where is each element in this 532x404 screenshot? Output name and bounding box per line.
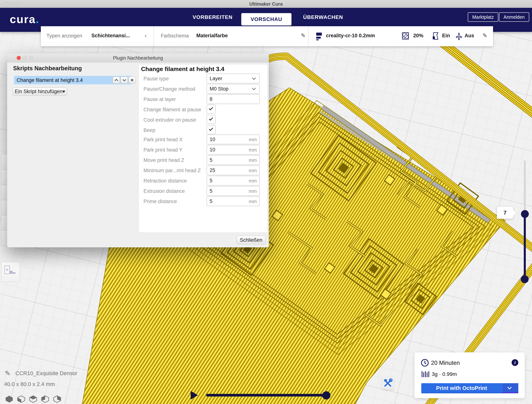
tab-vorschau[interactable]: VORSCHAU	[241, 13, 291, 26]
unit-suffix: mm	[249, 157, 257, 163]
layer-number-badge: 7	[497, 206, 513, 219]
move-script-up-button[interactable]	[113, 77, 120, 83]
model-list-icon-solid[interactable]	[5, 395, 13, 403]
text-field[interactable]: 5mm	[207, 155, 260, 165]
chevron-down-icon	[507, 385, 512, 390]
play-icon[interactable]	[191, 391, 198, 399]
edit-print-settings-pencil-icon[interactable]: ✎	[482, 32, 487, 39]
checkbox[interactable]	[207, 115, 215, 124]
select-field[interactable]: Layer	[207, 74, 260, 83]
field-value: 8	[210, 96, 212, 102]
text-field[interactable]: 5mm	[207, 186, 260, 196]
tool-support-blocker-button[interactable]	[1, 262, 20, 282]
collapse-chevron-icon[interactable]: ‹	[145, 33, 146, 38]
chevron-down-icon	[252, 76, 256, 80]
field-label: Pause/Change method	[144, 86, 195, 92]
marketplace-button[interactable]: Marktplatz	[468, 12, 498, 22]
chevron-up-icon	[115, 79, 118, 82]
clock-icon	[421, 359, 429, 367]
machine-tools-button[interactable]	[382, 377, 394, 389]
tab-ueberwachen[interactable]: ÜBERWACHEN	[303, 14, 343, 20]
remove-script-button[interactable]: ×	[128, 77, 136, 83]
window-titlebar: Ultimaker Cura	[0, 0, 532, 8]
model-list-icon-left-top[interactable]	[41, 395, 49, 403]
layer-slider-lower-handle[interactable]	[521, 275, 529, 283]
adhesion-icon	[455, 32, 463, 40]
text-field[interactable]: 8	[207, 94, 260, 104]
dialog-titlebar: Plugin Nachbearbeitung	[7, 53, 269, 62]
infill-value[interactable]: 20%	[413, 33, 423, 38]
edit-view-pencil-icon[interactable]: ✎	[301, 32, 305, 39]
layer-slider-range[interactable]	[524, 214, 526, 280]
form-row: Beep	[139, 125, 267, 135]
text-field[interactable]: 25mm	[207, 166, 260, 175]
field-value: 10	[210, 137, 215, 142]
field-label: Retraction distance	[144, 178, 187, 184]
checkbox[interactable]	[207, 125, 215, 134]
adhesion-value[interactable]: Aus	[465, 33, 474, 38]
unit-suffix: mm	[249, 199, 257, 205]
simulation-timeline[interactable]	[206, 394, 326, 397]
timeline-handle[interactable]	[322, 391, 330, 399]
close-dialog-button[interactable]: Schließen	[237, 236, 266, 244]
form-row: Park print head Y10mm	[139, 145, 267, 154]
toolbar-divider	[154, 26, 154, 46]
wrench-hammer-icon	[382, 377, 394, 389]
print-time: 20 Minuten	[431, 359, 460, 366]
info-icon[interactable]: i	[512, 359, 518, 366]
select-field[interactable]: M0 Stop	[207, 84, 260, 94]
filament-icon	[421, 371, 430, 378]
field-value: Layer	[210, 76, 222, 82]
rename-pencil-icon[interactable]: ✎	[5, 370, 11, 377]
print-summary-card: 20 Minuten i 3g · 0.99m Print with OctoP…	[414, 352, 525, 398]
field-value: 5	[210, 188, 212, 194]
color-scheme-value[interactable]: Materialfarbe	[196, 33, 228, 38]
chevron-down-icon	[252, 86, 256, 90]
field-label: Beep	[144, 128, 155, 133]
view-type-value[interactable]: Schichtenansi...	[91, 33, 130, 38]
print-with-octoprint-button[interactable]: Print with OctoPrint	[421, 383, 518, 393]
form-row: Retraction distance5mm	[139, 176, 267, 186]
layer-slider-track[interactable]	[524, 160, 526, 217]
model-list-icon-right-top[interactable]	[53, 395, 61, 403]
window-title: Ultimaker Cura	[0, 1, 532, 7]
field-label: Park print head Y	[144, 147, 183, 153]
text-field[interactable]: 5mm	[207, 176, 260, 186]
dropdown-arrow-icon: ▾	[63, 89, 65, 94]
chevron-down-icon	[122, 78, 126, 81]
check-icon	[209, 127, 213, 131]
field-label: Pause type	[144, 76, 169, 82]
form-row: Prime distance5mm	[139, 196, 267, 206]
view-settings-toolbar: Typen anzeigen Schichtenansi... ‹ Farbsc…	[41, 26, 493, 46]
script-settings-panel: Change filament at height 3.4 Pause type…	[139, 64, 267, 232]
unit-suffix: mm	[249, 188, 257, 194]
print-options-dropdown[interactable]	[502, 383, 518, 393]
layer-number: 7	[504, 210, 507, 216]
add-script-dropdown[interactable]: Ein Skript hinzufügen▾	[13, 88, 67, 96]
field-value: M0 Stop	[210, 86, 228, 92]
model-list-icon-left-face[interactable]	[17, 395, 25, 403]
move-script-down-button[interactable]	[121, 77, 128, 83]
field-label: Pause at layer	[144, 96, 176, 102]
settings-heading: Change filament at height 3.4	[141, 66, 224, 72]
support-value[interactable]: Ein	[442, 33, 450, 38]
text-field[interactable]: 5mm	[207, 196, 260, 206]
layer-slider-upper-handle[interactable]	[521, 210, 529, 218]
form-row: Pause/Change methodM0 Stop	[139, 84, 267, 94]
field-label: Minimum par...rint head Z	[144, 168, 201, 173]
form-row: Pause typeLayer	[139, 74, 267, 83]
logo-dot: .	[36, 13, 39, 26]
check-icon	[209, 116, 213, 121]
script-list-item-selected[interactable]: Change filament at height 3.4 ×	[14, 76, 131, 84]
model-list-icon-top-face[interactable]	[29, 395, 37, 403]
signin-button[interactable]: Anmelden	[499, 12, 529, 22]
script-name: Change filament at height 3.4	[17, 77, 83, 83]
printer-icon	[316, 32, 323, 40]
field-label: Prime distance	[144, 199, 177, 205]
printer-profile[interactable]: creality-cr-10 0.2mm	[326, 33, 375, 38]
tab-vorbereiten[interactable]: VORBEREITEN	[193, 14, 233, 20]
field-value: 5	[210, 178, 212, 184]
text-field[interactable]: 10mm	[207, 145, 260, 154]
checkbox[interactable]	[207, 105, 215, 114]
text-field[interactable]: 10mm	[207, 135, 260, 144]
